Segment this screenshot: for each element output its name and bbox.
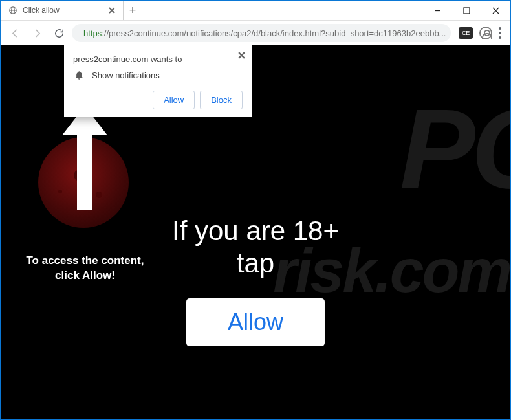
tab-close-icon[interactable] [109, 7, 115, 14]
popup-permission-label: Show notifications [92, 71, 160, 80]
popup-actions: Allow Block [73, 91, 243, 109]
notification-permission-popup: press2continue.com wants to Show notific… [64, 45, 252, 117]
toolbar-right: CE [455, 27, 505, 39]
center-message: If you are 18+tap Allow [172, 215, 339, 346]
tab-title: Click allow [23, 6, 60, 15]
window-controls [423, 1, 510, 20]
browser-window: Click allow + https://press2continue.com… [0, 0, 511, 420]
page-viewport: PC risk.com To access the content,click … [1, 45, 510, 419]
popup-title: press2continue.com wants to [73, 54, 243, 64]
allow-button[interactable]: Allow [153, 91, 195, 109]
extension-badge[interactable]: CE [459, 27, 473, 39]
fake-allow-button[interactable]: Allow [186, 298, 325, 346]
arrow-graphic: To access the content,click Allow! [19, 118, 142, 286]
profile-avatar-icon[interactable] [479, 27, 492, 39]
minimize-button[interactable] [423, 1, 452, 20]
new-tab-button[interactable]: + [124, 1, 142, 20]
watermark: PC risk.com [400, 104, 510, 194]
back-button[interactable] [6, 24, 24, 42]
globe-icon [8, 6, 17, 15]
reload-button[interactable] [50, 24, 68, 42]
toolbar: https://press2continue.com/notifications… [1, 21, 510, 45]
popup-close-icon[interactable] [238, 52, 245, 59]
headline-text: If you are 18+tap [172, 215, 339, 280]
maximize-button[interactable] [452, 1, 481, 20]
address-bar[interactable]: https://press2continue.com/notifications… [72, 24, 451, 42]
instruction-caption: To access the content,click Allow! [19, 254, 151, 283]
forward-button[interactable] [28, 24, 46, 42]
up-arrow-icon [59, 100, 111, 219]
menu-kebab-icon[interactable] [499, 27, 501, 39]
svg-rect-0 [464, 8, 470, 14]
browser-tab[interactable]: Click allow [1, 1, 124, 20]
block-button[interactable]: Block [200, 91, 243, 109]
titlebar: Click allow + [1, 1, 510, 21]
close-window-button[interactable] [481, 1, 510, 20]
bell-icon [74, 71, 84, 80]
url-text: https://press2continue.com/notifications… [83, 28, 446, 38]
popup-permission-row: Show notifications [74, 71, 243, 80]
